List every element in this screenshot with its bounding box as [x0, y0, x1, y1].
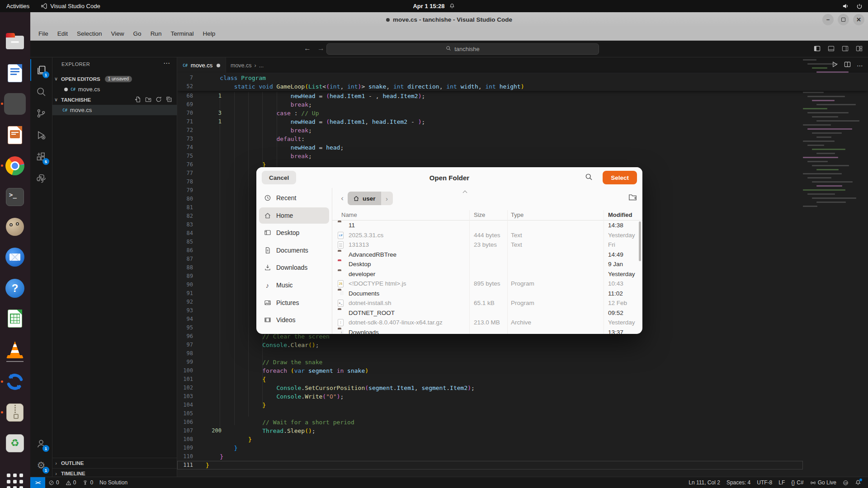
- column-header-size[interactable]: Size: [474, 211, 485, 218]
- code-line-104[interactable]: 104 }: [177, 401, 868, 409]
- activity-explorer[interactable]: 1: [30, 59, 52, 81]
- dock-thunderbird[interactable]: [4, 246, 26, 268]
- code-line-74[interactable]: 74 newHead = head;: [177, 143, 868, 152]
- status-item[interactable]: C#: [840, 478, 852, 488]
- file-row-10[interactable]: DOTNET_ROOT09:52: [332, 308, 639, 318]
- dialog-sidebar-recent[interactable]: Recent: [259, 190, 329, 206]
- window-titlebar[interactable]: move.cs - tanchishe - Visual Studio Code…: [30, 12, 868, 27]
- status-item-spaces-4[interactable]: Spaces: 4: [723, 478, 754, 488]
- dock-libreoffice-calc[interactable]: [4, 308, 26, 329]
- activity-python[interactable]: [30, 168, 52, 189]
- status-item-0[interactable]: 0: [79, 478, 96, 488]
- dialog-sidebar-documents[interactable]: Documents: [259, 242, 329, 258]
- dock-libreoffice-impress[interactable]: [4, 124, 26, 146]
- code-line-70[interactable]: 70 case 3: // Up: [177, 109, 868, 117]
- open-editor-item-move-cs[interactable]: C# move.cs: [52, 84, 177, 94]
- code-line-102[interactable]: 102 Console.SetCursorPosition(segment.It…: [177, 384, 868, 392]
- code-line-108[interactable]: 108 }: [177, 435, 868, 444]
- code-line-71[interactable]: 71 newHead = (head.Item1, head.Item2 - 1…: [177, 117, 868, 126]
- code-line-111[interactable]: 111}: [177, 461, 868, 469]
- menu-edit[interactable]: Edit: [53, 28, 72, 39]
- activity-run-and-debug[interactable]: [30, 124, 52, 146]
- dock-archive-manager[interactable]: [4, 402, 26, 423]
- column-header-modified[interactable]: Modified: [608, 211, 632, 218]
- dialog-sidebar-videos[interactable]: Videos: [259, 312, 329, 328]
- path-forward-icon[interactable]: ›: [381, 192, 393, 205]
- toggle-secondary-sidebar-icon[interactable]: [842, 45, 849, 54]
- activity-extensions[interactable]: 5: [30, 146, 52, 168]
- status-item-ln-111-col-2[interactable]: Ln 111, Col 2: [685, 478, 723, 488]
- code-line-106[interactable]: 106 // Wait for a short period: [177, 418, 868, 427]
- dialog-search-icon[interactable]: [585, 173, 593, 182]
- menu-view[interactable]: View: [107, 28, 129, 39]
- path-segment-user[interactable]: user: [348, 192, 381, 205]
- file-row-1[interactable]: 1114:38: [332, 221, 639, 230]
- menu-terminal[interactable]: Terminal: [166, 28, 198, 39]
- code-line-103[interactable]: 103 Console.Write("O");: [177, 392, 868, 401]
- select-button[interactable]: Select: [603, 171, 637, 184]
- status-item-go-live[interactable]: Go Live: [807, 478, 840, 488]
- status-item-0[interactable]: 0: [45, 478, 62, 488]
- breadcrumb-item[interactable]: ...: [259, 62, 264, 69]
- forward-icon[interactable]: →: [317, 44, 325, 52]
- minimize-button[interactable]: −: [822, 14, 834, 25]
- breadcrumb-item[interactable]: move.cs: [231, 62, 252, 69]
- explorer-more-actions[interactable]: ⋯: [163, 59, 170, 67]
- dock-trash[interactable]: ♻: [4, 432, 26, 454]
- code-line-101[interactable]: 101 {: [177, 375, 868, 384]
- status-item-0[interactable]: 0: [62, 478, 80, 488]
- dock-help[interactable]: ?: [4, 277, 26, 299]
- collapse-all-icon[interactable]: [166, 96, 172, 103]
- activity-source-control[interactable]: [30, 103, 52, 124]
- menu-selection[interactable]: Selection: [72, 28, 107, 39]
- dock-google-chrome[interactable]: [4, 155, 26, 177]
- tab-modified-dot[interactable]: [217, 64, 220, 67]
- customize-layout-icon[interactable]: [856, 45, 863, 54]
- code-line-7[interactable]: 7 class Program: [177, 74, 868, 82]
- menu-file[interactable]: File: [34, 28, 53, 39]
- close-button[interactable]: ✕: [853, 14, 864, 25]
- code-line-99[interactable]: 99 // Draw the snake: [177, 358, 868, 366]
- workspace-header[interactable]: ∨ TANCHISHE: [52, 94, 177, 105]
- status-item-no-solution[interactable]: No Solution: [96, 478, 131, 488]
- tree-item-move-cs[interactable]: C# move.cs: [52, 105, 177, 115]
- tab-move-cs[interactable]: C# move.cs: [177, 57, 226, 73]
- focused-app-indicator[interactable]: Visual Studio Code: [41, 3, 100, 9]
- dock-vscode[interactable]: [4, 93, 26, 115]
- status-item[interactable]: [852, 478, 864, 488]
- code-line-107[interactable]: 107 Thread.Sleep(200);: [177, 427, 868, 435]
- code-line-100[interactable]: 100 foreach (var segment in snake): [177, 366, 868, 375]
- dialog-sidebar-downloads[interactable]: Downloads: [259, 259, 329, 276]
- code-line-109[interactable]: 109 }: [177, 444, 868, 452]
- activity-search[interactable]: [30, 81, 52, 103]
- open-editors-header[interactable]: ∨ OPEN EDITORS 1 unsaved: [52, 74, 177, 84]
- code-line-73[interactable]: 73 default:: [177, 135, 868, 143]
- file-row-12[interactable]: ↓Downloads13:37: [332, 328, 639, 334]
- code-line-98[interactable]: 98: [177, 349, 868, 358]
- toggle-primary-sidebar-icon[interactable]: [814, 45, 821, 54]
- column-header-type[interactable]: Type: [511, 211, 524, 218]
- code-line-105[interactable]: 105: [177, 409, 868, 418]
- volume-icon[interactable]: [842, 3, 849, 9]
- file-row-6[interactable]: developerYesterday: [332, 269, 639, 279]
- power-icon[interactable]: [856, 3, 863, 9]
- menu-help[interactable]: Help: [198, 28, 220, 39]
- toggle-panel-icon[interactable]: [828, 45, 835, 54]
- dock-gimp[interactable]: [4, 216, 26, 238]
- dialog-sidebar-pictures[interactable]: Pictures: [259, 295, 329, 311]
- command-center-search[interactable]: tanchishe: [326, 43, 599, 55]
- activities-button[interactable]: Activities: [6, 3, 29, 9]
- new-folder-button[interactable]: [628, 193, 637, 203]
- outline-header[interactable]: › OUTLINE: [52, 458, 177, 468]
- dock-software-updater[interactable]: [4, 371, 26, 393]
- status-item-utf-8[interactable]: UTF-8: [754, 478, 775, 488]
- code-line-72[interactable]: 72 break;: [177, 126, 868, 135]
- path-back-icon[interactable]: ‹: [337, 194, 348, 203]
- file-row-4[interactable]: AdvancedRBTree14:49: [332, 250, 639, 260]
- dock-libreoffice-writer[interactable]: [4, 62, 26, 84]
- dock-terminal[interactable]: >_: [4, 186, 26, 208]
- breadcrumb[interactable]: move.cs›...: [231, 57, 264, 73]
- code-line-69[interactable]: 69 break;: [177, 100, 868, 109]
- menu-run[interactable]: Run: [146, 28, 166, 39]
- dock-vlc[interactable]: [4, 339, 26, 361]
